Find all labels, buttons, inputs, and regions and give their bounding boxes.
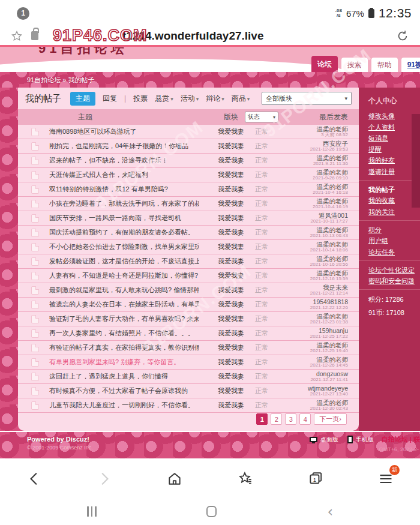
last-post-author[interactable]: 西安应子 [310,140,348,146]
thread-title[interactable]: 发帖必须验证图，这才是信任的开始，不废话直接上图 [49,257,199,266]
table-row[interactable]: 发帖必须验证图，这才是信任的开始，不废话直接上图我爱我妻正常温柔的老师2021-… [18,254,359,269]
table-row[interactable]: 小孩在旁边睡着了，那就去洗手间玩，有来家了的叔叔吗?我爱我妻正常温柔的老师202… [18,197,359,211]
table-row[interactable]: 天涯传媒正式招人合作，来吧福利我爱我妻正常温柔的老师2021-9-26 09:1… [18,168,359,182]
last-post-author[interactable]: 温柔的老师 [310,241,348,247]
refresh-icon[interactable] [396,29,409,43]
desktop-version-link[interactable]: 桌面版 [320,436,338,444]
last-post-author[interactable]: 温柔的老师 [310,400,348,406]
table-row[interactable]: 有单男愿意到家里来吗? 别嫌弃，等你留言。我爱我妻正常温柔的老师2021-12-… [18,355,359,370]
table-row[interactable]: 再一次人妻家里约，有结婚照片，不信你看。。。我爱我妻正常159huanju202… [18,326,359,341]
page-button-2[interactable]: 2 [271,413,282,425]
last-post-author[interactable]: 159huanju [310,328,348,334]
table-row[interactable]: 人妻有狗，不知道是哈士奇还是阿拉斯加，你懂得? 必看我爱我妻正常温柔的老师202… [18,269,359,283]
last-post-author[interactable]: 温柔的老师 [313,169,348,175]
thread-title[interactable]: 最刺激的就是家里玩，有人敢来玩心跳吗? 偷情那种 [49,286,199,295]
page-button-3[interactable]: 3 [285,413,296,425]
last-post-author[interactable]: 温柔的老师 [313,184,348,190]
table-row[interactable]: 国庆节安排，一路风景一路向南，寻找老司机我爱我妻正常避风港0012021-10-… [18,211,359,226]
site-tab-帮助[interactable]: 帮助 [371,58,398,72]
thread-title[interactable]: 小孩在旁边睡着了，那就去洗手间玩，有来家了的叔叔吗? [49,199,199,208]
filter-tab-辩论[interactable]: 辩论▾ [206,94,224,104]
forward-icon[interactable] [97,471,112,487]
table-row[interactable]: 海南0898地区可以环岛游玩了我爱我妻正常温柔的老师3 天前 08:52 [18,125,359,139]
last-post-author[interactable]: 温柔的老师 [310,270,348,276]
last-post-author[interactable]: 避风港001 [310,212,348,218]
last-post-author[interactable]: 温柔的老师 [313,198,348,204]
filter-tab-回复[interactable]: 回复 [103,94,117,104]
site-tab-搜索[interactable]: 搜索 [341,58,368,72]
last-post-author[interactable]: 温柔的老师 [313,155,348,161]
thread-title[interactable]: 再一次人妻家里约，有结婚照片，不信你看。。。 [49,329,199,338]
filter-tab-投票[interactable]: 投票 [133,94,148,104]
last-post-author[interactable]: 温柔的老师 [310,356,348,362]
table-row[interactable]: 验证刮了毛的人妻客厅大动作，有单男喜欢吗? 来来来看我爱我妻正常温柔的老师202… [18,312,359,326]
table-row[interactable]: 儿童节我陪大儿童度过，一切刚刚好，不信你看。我爱我妻正常温柔的老师2021-12… [18,398,359,413]
thread-title[interactable]: 这回赶上了，遇到猛虎上道具，你们懂得 [49,372,199,381]
mobile-version-link[interactable]: 手机版 [356,436,374,444]
last-post-author[interactable]: wtjmandeyeye [308,385,348,391]
sidebar-item-积分[interactable]: 积分 [368,226,420,233]
thread-title[interactable]: 国庆活动提前预约了，有假期的朋友请务必看帖。 [49,228,199,237]
last-post-author[interactable]: 温柔的老师 [310,313,348,319]
sidebar-item-我的关注[interactable]: 我的关注 [368,208,420,215]
last-post-author[interactable]: 温柔的老师 [310,342,348,348]
thread-title[interactable]: 有单男愿意到家里来吗? 别嫌弃，等你留言。 [49,358,199,367]
thread-title[interactable]: 双11特别的特别激情，双12 有单男陪吗? [49,185,199,194]
thread-title[interactable]: 被遗忘的人妻老公在日本，在她家主卧活动，有单男约吗? [49,300,199,309]
tabs-icon[interactable]: 1 [308,471,323,487]
table-row[interactable]: 最刺激的就是家里玩，有人敢来玩心跳吗? 偷情那种我爱我妻正常我是未来2021-1… [18,283,359,298]
bookmark-star-icon[interactable] [11,30,23,42]
android-back-icon[interactable]: ‹ [327,506,333,518]
table-row[interactable]: 这回赶上了，遇到猛虎上道具，你们懂得我爱我妻正常dongzuosw2021-12… [18,370,359,384]
filter-tab-商品[interactable]: 商品▾ [232,94,250,104]
back-icon[interactable] [26,471,42,487]
bookmarks-icon[interactable] [238,471,253,487]
table-row[interactable]: 迟来的帖子，但不缺席，沿途寻欢作乐！我爱我妻正常温柔的老师2021-9-21 1… [18,154,359,168]
android-home-icon[interactable] [206,506,217,517]
table-row[interactable]: 刚拍完，也是刚搞完，04年妹子很嫩的！你细品我爱我妻正常西安应子2021-12-… [18,139,359,154]
last-post-author[interactable]: 温柔的老师 [317,126,349,132]
thread-title[interactable]: 验证刮了毛的人妻客厅大动作，有单男喜欢吗? 来来来看 [49,314,199,323]
thread-title[interactable]: 海南0898地区可以环岛游玩了 [49,127,199,136]
site-logo[interactable]: 91自拍论坛 [38,47,158,59]
table-row[interactable]: 双11特别的特别激情，双12 有单男陪吗?我爱我妻正常温柔的老师2021-10-… [18,182,359,197]
home-icon[interactable] [167,471,182,487]
last-post-author[interactable]: 温柔的老师 [310,256,348,262]
sidebar-item-密码和安全问题[interactable]: 密码和安全问题 [368,277,420,284]
thread-title[interactable]: 人妻有狗，不知道是哈士奇还是阿拉斯加，你懂得? 必看 [49,271,199,280]
recents-icon[interactable] [87,506,97,517]
breadcrumb[interactable]: 91自拍论坛 » 我的帖子 [27,76,94,85]
thread-title[interactable]: 儿童节我陪大儿童度过，一切刚刚好，不信你看。 [49,401,199,410]
filter-tab-悬赏[interactable]: 悬赏▾ [155,94,173,104]
footer-site-links[interactable]: 自拍论坛 | 联 [382,435,420,444]
thread-title[interactable]: 国庆节安排，一路风景一路向南，寻找老司机 [49,214,199,223]
thread-title[interactable]: 刚拍完，也是刚搞完，04年妹子很嫩的！你细品 [49,142,199,151]
sidebar-item-论坛任务[interactable]: 论坛任务 [368,248,420,256]
thread-title[interactable]: 有时候真不方便，不过大家看了帖子会原谅我的 [49,386,199,395]
filter-tab-活动[interactable]: 活动▾ [181,94,199,104]
site-tab-91视[interactable]: 91视 [401,58,420,72]
table-row[interactable]: 有时候真不方便，不过大家看了帖子会原谅我的我爱我妻正常wtjmandeyeye2… [18,384,359,398]
table-row[interactable]: 国庆活动提前预约了，有假期的朋友请务必看帖。我爱我妻正常温柔的老师2021-10… [18,226,359,240]
table-row[interactable]: 不小心把她老公拍进去了惊险刺激，找单男来家里玩我爱我妻正常温柔的老师2021-1… [18,240,359,254]
page-button-1[interactable]: 1 [256,413,268,425]
status-filter-select[interactable]: 状态 ▾ [245,112,278,122]
table-row[interactable]: 有验证的帖子才真实，在家拍得更真实，教你识别假夫妻。我爱我妻正常温柔的老师202… [18,341,359,355]
thread-title[interactable]: 天涯传媒正式招人合作，来吧福利 [49,170,199,179]
page-button-4[interactable]: 4 [299,413,311,425]
sidebar-item-论坛个性化设定[interactable]: 论坛个性化设定 [368,266,420,274]
thread-title[interactable]: 迟来的帖子，但不缺席，沿途寻欢作乐！ [49,156,199,165]
last-post-author[interactable]: 我是未来 [310,284,348,290]
next-page-button[interactable]: 下一页› [314,413,347,425]
table-row[interactable]: 被遗忘的人妻老公在日本，在她家主卧活动，有单男约吗?我爱我妻正常19549818… [18,298,359,312]
menu-icon[interactable]: 新 [378,471,394,487]
forum-filter-select[interactable]: 全部版块 ▾ [262,92,352,105]
thread-title[interactable]: 不小心把她老公拍进去了惊险刺激，找单男来家里玩 [49,242,199,251]
lock-icon[interactable] [31,31,38,40]
last-post-author[interactable]: dongzuosw [310,371,348,377]
sidebar-item-用户组[interactable]: 用户组 [368,237,420,244]
site-tab-论坛[interactable]: 论坛 [311,56,338,72]
last-post-author[interactable]: 1954981818 [310,299,348,305]
filter-tab-主题[interactable]: 主题 [70,92,95,106]
thread-title[interactable]: 有验证的帖子才真实，在家拍得更真实，教你识别假夫妻。 [49,343,199,352]
